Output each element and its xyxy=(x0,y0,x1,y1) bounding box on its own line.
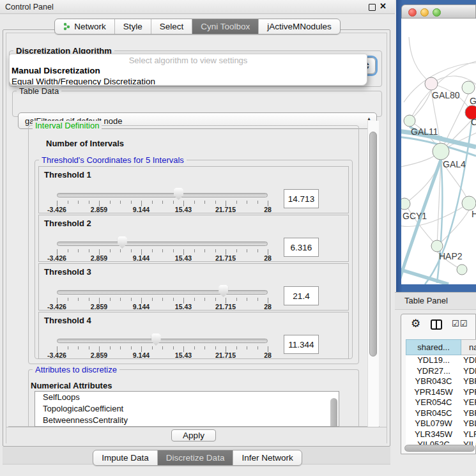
application-window: Control Panel ✕ NetworkStyleSelectCyni T… xyxy=(0,0,476,476)
column-header-name[interactable]: name xyxy=(461,339,476,355)
mac-close-icon[interactable] xyxy=(408,8,417,17)
gear-icon[interactable]: ⚙ xyxy=(411,317,420,330)
slider-thumb[interactable] xyxy=(118,236,127,249)
checkbox-icons[interactable]: ☑☑ xyxy=(452,319,468,328)
attribute-list-item[interactable]: SelfLoops xyxy=(35,392,339,403)
top-tab-bar: NetworkStyleSelectCyni ToolboxjActiveMNo… xyxy=(0,19,395,35)
threshold-panel: Threshold 2-3.4262.8599.14415.4321.71528… xyxy=(38,215,349,262)
mac-minimize-icon[interactable] xyxy=(420,8,429,17)
numerical-attributes-label: Numerical Attributes xyxy=(31,381,112,390)
network-node[interactable] xyxy=(401,198,410,210)
attribute-list-item[interactable]: TopologicalCoefficient xyxy=(35,403,339,415)
threshold-panels-stack: Threshold 1-3.4262.8599.14415.4321.71528… xyxy=(38,165,349,359)
threshold-value-field[interactable]: 6.316 xyxy=(284,238,319,257)
network-edge[interactable] xyxy=(405,160,441,204)
network-window-titlebar[interactable] xyxy=(401,4,476,19)
slider-thumb[interactable] xyxy=(174,188,183,200)
dropdown-option[interactable]: Manual Discretization xyxy=(10,65,367,76)
tab-label: Discretize Data xyxy=(166,453,225,463)
tab-label: Select xyxy=(160,22,184,31)
table-row[interactable]: YER054CYER054C xyxy=(406,397,476,408)
network-node[interactable] xyxy=(425,77,438,90)
tab-style[interactable]: Style xyxy=(115,19,151,34)
apply-button[interactable]: Apply xyxy=(171,429,216,441)
close-icon[interactable]: ✕ xyxy=(380,1,387,11)
settings-scrollbar-thumb[interactable] xyxy=(369,132,377,357)
bottom-tab-bar: Impute DataDiscretize DataInfer Network xyxy=(0,450,395,466)
tab-select[interactable]: Select xyxy=(151,19,193,34)
cell-name: YDR27... xyxy=(461,366,476,377)
threshold-label: Threshold 4 xyxy=(44,316,91,325)
threshold-label: Threshold 1 xyxy=(44,170,91,180)
algorithm-dropdown-popup: Select algorithm to view settings Manual… xyxy=(9,54,367,86)
network-canvas[interactable]: GAL80GCGAL11GAL4GCY1HHAP2 xyxy=(401,19,476,284)
slider-track[interactable] xyxy=(57,290,268,295)
network-tab-icon xyxy=(63,22,71,31)
threshold-panel: Threshold 3-3.4262.8599.14415.4321.71528… xyxy=(38,263,349,311)
slider-track[interactable] xyxy=(57,339,268,343)
threshold-panel: Threshold 4-3.4262.8599.14415.4321.71528… xyxy=(38,312,349,359)
table-row[interactable]: YBR045CYBR045C xyxy=(406,408,476,419)
threshold-value-field[interactable]: 11.344 xyxy=(284,335,319,354)
cell-shared-name: YLR345W xyxy=(406,429,461,440)
cell-name: YBR045C xyxy=(461,408,476,419)
network-node[interactable] xyxy=(433,143,449,160)
network-edge[interactable] xyxy=(409,37,431,84)
network-node[interactable] xyxy=(457,265,467,275)
network-node[interactable] xyxy=(431,240,443,252)
table-row[interactable]: YPR145WYPR145W xyxy=(406,387,476,398)
network-node-label: HAP2 xyxy=(439,251,463,261)
split-columns-icon[interactable] xyxy=(431,319,442,330)
threshold-value-field[interactable]: 21.4 xyxy=(284,286,319,305)
cell-shared-name: YBR045C xyxy=(406,408,461,419)
cell-name: YBL079W xyxy=(461,418,476,429)
tab-label: jActiveMNodules xyxy=(267,22,332,31)
tab-impute-data[interactable]: Impute Data xyxy=(93,450,158,465)
network-edge-highlighted[interactable] xyxy=(401,268,449,284)
cell-shared-name: YBR043C xyxy=(406,376,461,387)
network-node[interactable] xyxy=(462,81,475,94)
slider-thumb[interactable] xyxy=(151,334,161,346)
tab-cyni-toolbox[interactable]: Cyni Toolbox xyxy=(192,19,259,34)
table-row[interactable]: YLR345WYLR345W xyxy=(406,429,476,440)
tab-infer-network[interactable]: Infer Network xyxy=(233,450,301,465)
network-node-label: H xyxy=(472,209,476,219)
slider-tick-labels: -3.4262.8599.14415.4321.71528 xyxy=(57,303,268,310)
slider-thumb[interactable] xyxy=(219,285,228,297)
network-node-label: GAL80 xyxy=(432,90,460,100)
panel-title: Control Panel xyxy=(5,3,54,12)
network-node[interactable] xyxy=(404,115,415,127)
slider-track[interactable] xyxy=(57,242,268,246)
tab-label: Network xyxy=(74,22,106,31)
table-row[interactable]: YDR27...YDR27... xyxy=(406,366,476,377)
table-hscrollbar-thumb[interactable] xyxy=(404,445,475,452)
threshold-value-field[interactable]: 14.713 xyxy=(284,189,319,208)
network-graph: GAL80GCGAL11GAL4GCY1HHAP2 xyxy=(401,19,476,284)
dropdown-prompt: Select algorithm to view settings xyxy=(10,54,367,65)
attributes-scrollbar-thumb[interactable] xyxy=(330,398,337,427)
cell-name: YPR145W xyxy=(461,387,476,398)
column-header-shared-name[interactable]: shared... xyxy=(406,339,461,355)
network-node[interactable] xyxy=(462,196,476,210)
float-window-icon[interactable] xyxy=(369,4,376,11)
cell-shared-name: YDL19... xyxy=(406,355,461,366)
network-node-label: GCY1 xyxy=(403,211,427,221)
network-node-label: GAL4 xyxy=(443,159,466,169)
mac-zoom-icon[interactable] xyxy=(433,8,441,17)
table-row[interactable]: YDL19...YDL19... xyxy=(406,355,476,366)
cell-name: YBR043C xyxy=(461,376,476,387)
table-row[interactable]: YBR043CYBR043C xyxy=(406,376,476,387)
tab-discretize-data[interactable]: Discretize Data xyxy=(158,450,234,465)
dropdown-option[interactable]: Equal Width/Frequency Discretization xyxy=(10,76,367,86)
tab-label: Impute Data xyxy=(102,453,149,463)
slider-track[interactable] xyxy=(57,193,268,197)
slider-tick-labels: -3.4262.8599.14415.4321.71528 xyxy=(57,206,268,213)
table-row[interactable]: YBL079WYBL079W xyxy=(406,418,476,429)
tab-network[interactable]: Network xyxy=(55,19,115,34)
slider-tick-labels: -3.4262.8599.14415.4321.71528 xyxy=(57,351,268,358)
numerical-attributes-list[interactable]: SelfLoopsTopologicalCoefficientBetweenne… xyxy=(35,391,339,427)
node-table[interactable]: shared... name YDL19...YDL19...YDR27...Y… xyxy=(406,339,476,445)
attributes-group-label: Attributes to discretize xyxy=(33,365,119,374)
tab-jactivemnodules[interactable]: jActiveMNodules xyxy=(259,19,340,34)
attribute-list-item[interactable]: BetweennessCentrality xyxy=(35,415,339,426)
